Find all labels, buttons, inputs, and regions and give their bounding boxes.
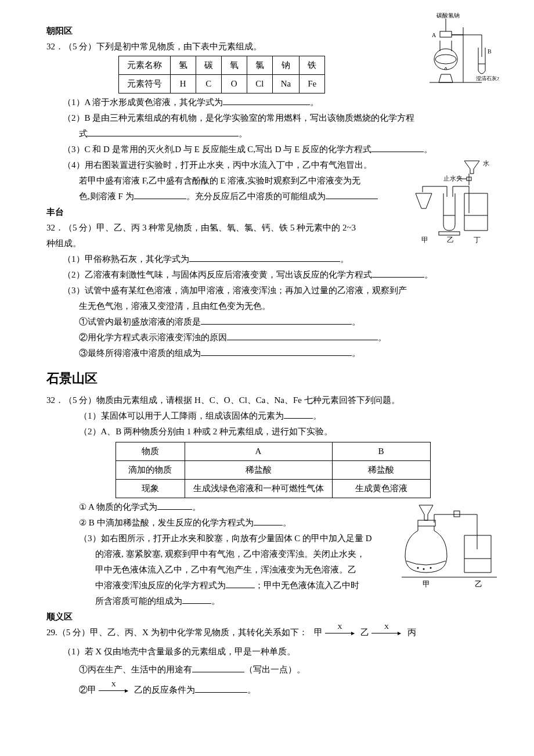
table-cell: O xyxy=(221,75,247,93)
fengtai-p3a: （3）试管中盛有某红色溶液，滴加甲溶液，溶液变浑浊；再加入过量的乙溶液，观察到产 xyxy=(46,283,499,298)
table-cell: A xyxy=(185,442,332,460)
table-cell: 钠 xyxy=(272,56,300,75)
fig2-ding: 丁 xyxy=(474,236,481,244)
chaoyang-p2a: （2）B 是由三种元素组成的有机物，是化学实验室的常用燃料，写出该物质燃烧的化学… xyxy=(46,110,499,126)
table-cell: 铁 xyxy=(300,56,325,75)
fig1-label-bottom: 澄清石灰水 xyxy=(476,75,499,81)
table-cell: 氧 xyxy=(221,56,247,75)
fig2-yi: 乙 xyxy=(447,236,454,244)
shunyi-q-stem: 29.（5 分）甲、乙、丙、X 为初中化学常见物质，其转化关系如下： 甲 X 乙… xyxy=(46,625,499,640)
svg-rect-14 xyxy=(439,232,460,235)
table-cell: 现象 xyxy=(116,479,185,498)
table-cell: Fe xyxy=(300,75,325,93)
table-cell: H xyxy=(170,75,196,93)
svg-rect-19 xyxy=(454,511,460,517)
svg-rect-15 xyxy=(418,520,435,526)
svg-point-3 xyxy=(435,55,456,64)
fig2-water: 水 xyxy=(483,160,489,167)
fengtai-p3b: 生无色气泡，溶液又变澄清，且由红色变为无色。 xyxy=(46,298,499,314)
figure-apparatus-3: 甲 乙 xyxy=(400,503,499,590)
table-cell: 物质 xyxy=(116,442,185,460)
table-cell: 稀盐酸 xyxy=(332,460,430,479)
fengtai-p3d: ②用化学方程式表示溶液变浑浊的原因。 xyxy=(46,330,499,345)
shunyi-p1: （1）若 X 仅由地壳中含量最多的元素组成，甲是一种单质。 xyxy=(46,644,499,660)
fengtai-p3e: ③最终所得溶液中溶质的组成为。 xyxy=(46,345,499,361)
svg-point-18 xyxy=(430,567,432,568)
section-shijingshan-title: 石景山区 xyxy=(46,367,499,390)
shijingshan-table: 物质 A B 滴加的物质 稀盐酸 稀盐酸 现象 生成浅绿色溶液和一种可燃性气体 … xyxy=(116,442,431,498)
svg-point-16 xyxy=(417,567,419,568)
fig2-jia: 甲 xyxy=(421,236,428,244)
fig2-clip: 止水夹 xyxy=(443,175,463,182)
table-cell: 元素名称 xyxy=(118,56,170,75)
fengtai-p1: （1）甲俗称熟石灰，其化学式为。 xyxy=(46,251,499,267)
table-cell: Cl xyxy=(247,75,272,93)
table-cell: 稀盐酸 xyxy=(185,460,332,479)
table-cell: B xyxy=(332,442,430,460)
chaoyang-p2b: 式。 xyxy=(46,126,499,142)
shijingshan-p1: （1）某固体可以用于人工降雨，组成该固体的元素为。 xyxy=(46,408,499,424)
svg-point-17 xyxy=(423,568,425,570)
chaoyang-p3: （3）C 和 D 是常用的灭火剂,D 与 E 反应能生成 C,写出 D 与 E … xyxy=(46,142,499,157)
table-cell: 生成浅绿色溶液和一种可燃性气体 xyxy=(185,479,332,498)
table-cell: 生成黄色溶液 xyxy=(332,479,430,498)
shijingshan-p3e: 所含溶质可能的组成为。 xyxy=(46,593,499,609)
chaoyang-p1: （1）A 溶于水形成黄色溶液，其化学式为。 xyxy=(46,95,499,110)
table-cell: Na xyxy=(272,75,300,93)
table-cell: 元素符号 xyxy=(118,75,170,93)
arrow-icon: X xyxy=(325,627,359,639)
figure-apparatus-2: 水 止水夹 甲 乙 丁 xyxy=(406,157,499,244)
table-cell: C xyxy=(196,75,221,93)
shunyi-p1b: ②甲 X 乙的反应条件为。 xyxy=(46,682,499,698)
shunyi-p1a: ①丙在生产、生活中的用途有（写出一点）。 xyxy=(46,662,499,678)
table-cell: 氢 xyxy=(170,56,196,75)
fig1-label-top: 碳酸氢钠 xyxy=(436,12,460,19)
fengtai-p2: （2）乙溶液有刺激性气味，与固体丙反应后溶液变黄，写出该反应的化学方程式。 xyxy=(46,267,499,283)
table-cell: 碳 xyxy=(196,56,221,75)
svg-rect-1 xyxy=(440,31,452,37)
arrow-icon: X xyxy=(371,627,405,639)
chaoyang-elements-table: 元素名称 氢 碳 氧 氯 钠 铁 元素符号 H C O Cl Na Fe xyxy=(118,56,326,93)
arrow-icon: X xyxy=(99,685,132,696)
fengtai-p3c: ①试管内最初盛放溶液的溶质是。 xyxy=(46,314,499,330)
fig1-label-a: A xyxy=(432,32,436,38)
table-cell: 氯 xyxy=(247,56,272,75)
fig3-yi: 乙 xyxy=(475,579,482,588)
fig1-label-b: B xyxy=(488,48,492,55)
figure-apparatus-1: 碳酸氢钠 A B 澄清石灰水 xyxy=(400,12,499,87)
section-shunyi-title: 顺义区 xyxy=(46,609,499,625)
shijingshan-p2: （2）A、B 两种物质分别由 1 种或 2 种元素组成，进行如下实验。 xyxy=(46,424,499,440)
svg-point-2 xyxy=(434,49,457,70)
shijingshan-q-stem: 32．（5 分）物质由元素组成，请根据 H、C、O、Cl、Ca、Na、Fe 七种… xyxy=(46,393,499,408)
fig3-jia: 甲 xyxy=(423,579,430,588)
table-cell: 滴加的物质 xyxy=(116,460,185,479)
